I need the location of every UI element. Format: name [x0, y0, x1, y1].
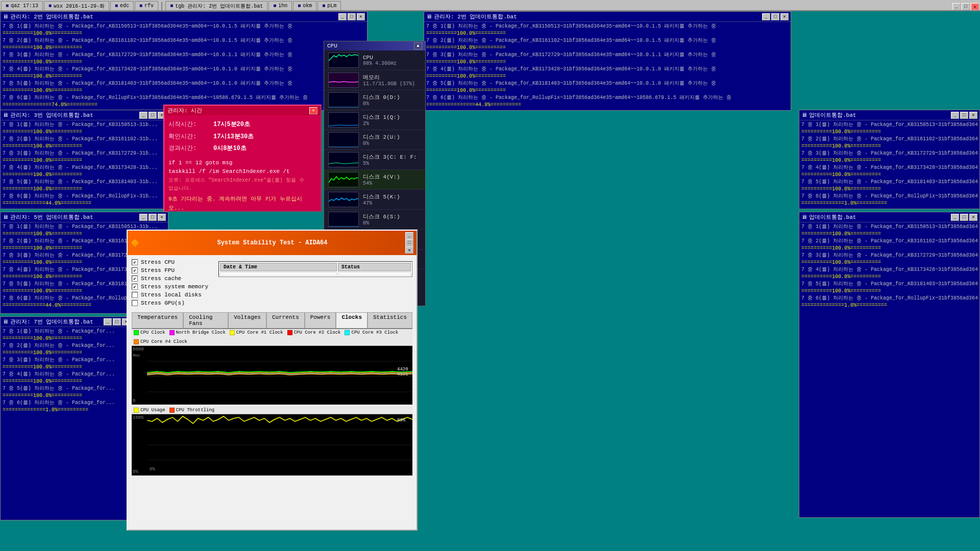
terminal-1-content: 7 중 1(를) 처리하는 중 - Package_for_KB3150513~…: [1, 22, 367, 110]
terminal-2-titlebar[interactable]: 🖥 관리자: 3번 업데이트통합.bat _ □ ✕: [1, 110, 168, 120]
aida-minimize-btn[interactable]: _: [405, 232, 413, 239]
line: 7 중 1(를) 처리하는 중 - Package_for_KB3150513-…: [3, 121, 166, 129]
minimize-btn[interactable]: _: [762, 13, 770, 20]
line: ==========100.0%==========: [801, 231, 977, 238]
terminal-5-content: 7 중 1(를) 처리하는 중 - Package_for_KB3150513~…: [424, 22, 791, 110]
terminal-5-titlebar[interactable]: 🖥 관리자: 2번 업데이트통합.bat _ □ ✕: [424, 12, 791, 22]
tab-tgb-label: tgb 관리자: 2번 업데이트통합.bat: [175, 3, 263, 10]
aida-title: System Stability Test - AIDA64: [217, 239, 327, 246]
timer-close-btn[interactable]: ✕: [309, 107, 317, 114]
tab-qaz[interactable]: ■ qaz 17:13: [1, 1, 43, 10]
tab-edc[interactable]: ■ edc: [110, 1, 134, 10]
tab-clocks[interactable]: Clocks: [336, 312, 368, 328]
cb-stress-cpu[interactable]: ✔: [132, 259, 138, 265]
terminal-6-title: 업데이트통합.bat: [809, 111, 856, 119]
perf-disk4: 디스크 4(V:) 54%: [324, 170, 425, 190]
cpu-info: CPU 98% 4.36GHz: [363, 55, 404, 66]
minimize-btn[interactable]: _: [139, 214, 148, 221]
tab-statistics[interactable]: Statistics: [368, 312, 412, 328]
nb-clock-dot: [169, 330, 175, 335]
terminal-6-titlebar[interactable]: 🖥 업데이트통합.bat _ □ ✕: [799, 110, 979, 120]
tab-edc-label: edc: [120, 3, 129, 9]
start-label: 시작시간:: [168, 119, 209, 131]
maximize-btn[interactable]: □: [771, 13, 779, 20]
cb-stress-cache[interactable]: ✔: [132, 276, 138, 282]
line: ==========100.0%==========: [3, 44, 365, 52]
line: ==========100.0%==========: [801, 245, 977, 252]
close-btn[interactable]: ✕: [969, 112, 977, 119]
cb-stress-memory[interactable]: ✔: [132, 284, 138, 290]
line: ==========100.0%==========: [3, 30, 365, 37]
line: 7 중 5(를) 처리하는 중 - Package_for...: [3, 385, 130, 392]
memory-label: 메모리: [363, 73, 415, 81]
close-btn[interactable]: ✕: [780, 13, 789, 20]
tab-powers[interactable]: Powers: [305, 312, 336, 328]
tab-ihn[interactable]: ■ ihn: [268, 1, 292, 10]
legend-core3-clock-label: CPU Core #3 Clock: [351, 330, 398, 335]
tab-currents[interactable]: Currents: [266, 312, 305, 328]
tab-wsx[interactable]: ■ wsx 2016-11-29-화: [44, 1, 109, 10]
line: 7 중 3(를) 처리하는 중 - Package_for_KB3172729~…: [801, 150, 977, 157]
tab-rfv[interactable]: ■ rfv: [135, 1, 158, 10]
line: 7 중 4(를) 처리하는 중 - Package_for_KB3173428~…: [426, 66, 789, 73]
maximize-btn[interactable]: □: [348, 13, 356, 20]
disk0-graph: [328, 92, 359, 108]
close-all-btn[interactable]: ✕: [971, 3, 979, 10]
core2-clock-dot: [287, 330, 292, 335]
minimize-btn[interactable]: _: [951, 112, 959, 119]
tab-plm[interactable]: ■ pLm: [317, 1, 341, 10]
maximize-btn[interactable]: □: [149, 112, 157, 119]
terminal-3-titlebar[interactable]: 🖥 관리자: 5번 업데이트통합.bat _ □ ✕: [1, 212, 168, 222]
tab-okm[interactable]: ■ okm: [293, 1, 316, 10]
line: 7 중 1(를) 처리하는 중 - Package_for...: [3, 328, 130, 335]
minimize-btn[interactable]: _: [951, 214, 959, 221]
memory-info: 메모리 11.7/31.9GB (37%): [363, 73, 415, 87]
perf-monitor-titlebar[interactable]: CPU ▲: [324, 41, 425, 51]
scroll-up-btn[interactable]: ▲: [414, 42, 422, 49]
tab-voltages[interactable]: Voltages: [228, 312, 266, 328]
line: ==============44.0%==========: [3, 200, 166, 207]
line: 7 중 1(를) 처리하는 중 - Package_for_KB3150513~…: [801, 223, 977, 231]
line: 7 중 6(를) 처리하는 중 - Package_for_RollupFix~…: [426, 94, 789, 102]
maximize-btn[interactable]: □: [960, 112, 968, 119]
timer-titlebar[interactable]: 관리자: 시간 ✕: [164, 106, 321, 115]
terminal-4-titlebar[interactable]: 🖥 관리자: 7번 업데이트통합.bat _ □ ✕: [1, 317, 132, 327]
line: 7 중 5(를) 처리하는 중 - Package_for_KB3181403~…: [801, 281, 977, 288]
line: 7 중 2(를) 처리하는 중 - Package_for_KB3161102~…: [3, 37, 365, 44]
disk4-graph: [328, 172, 359, 187]
cb-stress-gpu[interactable]: [132, 300, 138, 306]
close-btn[interactable]: ✕: [969, 214, 977, 221]
aida-maximize-btn[interactable]: □: [405, 239, 413, 246]
minimize-all-btn[interactable]: _: [952, 3, 961, 10]
minimize-btn[interactable]: _: [104, 318, 112, 325]
clock-chart-legend: CPU Clock North Bridge Clock CPU Core #1…: [132, 329, 412, 346]
line: 7 중 4(를) 처리하는 중 - Package_for_KB3173428-…: [3, 164, 166, 171]
close-btn[interactable]: ✕: [357, 13, 365, 20]
line: ==============1.0%==========: [801, 200, 977, 207]
tab-temperatures[interactable]: Temperatures: [132, 312, 183, 328]
legend-cpu-throttle: CPU Throttling: [169, 408, 215, 413]
terminal-1: 🖥 관리자: 2번 업데이트통합.bat _ □ ✕ 7 중 1(를) 처리하는…: [0, 11, 368, 111]
line: 7 중 6(를) 처리하는 중 - Package_for_RollupFix~…: [3, 94, 365, 102]
terminal-4: 🖥 관리자: 7번 업데이트통합.bat _ □ ✕ 7 중 1(를) 처리하는…: [0, 316, 133, 520]
aida-close-btn[interactable]: ✕: [405, 246, 413, 254]
line: 7 중 6(를) 처리하는 중 - Package_for_RollupFix~…: [801, 193, 977, 200]
cb-stress-fpu[interactable]: ✔: [132, 267, 138, 273]
line: ==========100.0%==========: [3, 59, 365, 66]
maximize-btn[interactable]: □: [149, 214, 157, 221]
maximize-all-btn[interactable]: □: [962, 3, 970, 10]
terminal-1-titlebar[interactable]: 🖥 관리자: 2번 업데이트통합.bat _ □ ✕: [1, 12, 367, 22]
terminal-icon: 🖥: [3, 214, 8, 220]
aida-window: 🔶 System Stability Test - AIDA64 _ □ ✕ ✔…: [127, 230, 418, 531]
memory-graph: [328, 72, 359, 88]
terminal-7-titlebar[interactable]: 🖥 업데이트통합.bat _ □ ✕: [799, 212, 979, 222]
tab-cooling-fans[interactable]: Cooling Fans: [183, 312, 228, 328]
disk0-value: 0%: [363, 101, 404, 107]
tab-tgb[interactable]: ■ tgb 관리자: 2번 업데이트통합.bat: [165, 1, 267, 10]
minimize-btn[interactable]: _: [338, 13, 347, 20]
minimize-btn[interactable]: _: [139, 112, 148, 119]
maximize-btn[interactable]: □: [113, 318, 121, 325]
cb-stress-disks[interactable]: [132, 292, 138, 298]
aida-titlebar[interactable]: 🔶 System Stability Test - AIDA64 _ □ ✕: [128, 231, 416, 255]
maximize-btn[interactable]: □: [960, 214, 968, 221]
